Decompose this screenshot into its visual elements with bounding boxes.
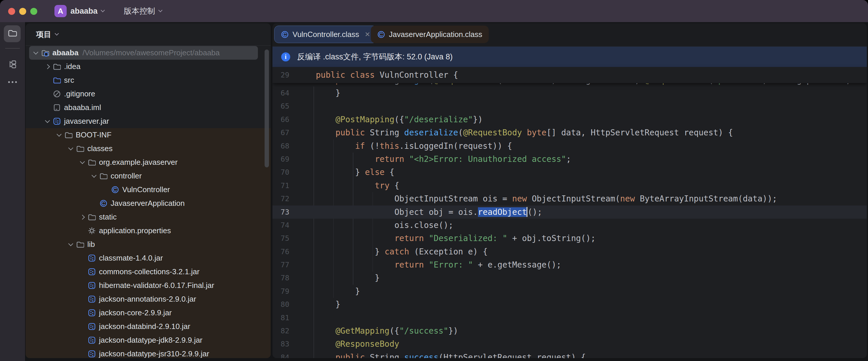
line-number[interactable]: 66	[273, 113, 289, 126]
ide-window: A abaaba 版本控制 项目	[0, 0, 868, 361]
code-line-83[interactable]: 83@ResponseBody	[273, 337, 867, 351]
line-number[interactable]: 75	[273, 232, 289, 245]
code-line-81[interactable]: 81	[273, 311, 867, 324]
code-line-73[interactable]: 73Object obj = ois.readObject();	[273, 206, 867, 219]
project-folder-icon	[41, 49, 49, 57]
tree-item-controller[interactable]: controller	[26, 169, 271, 183]
line-number[interactable]: 78	[273, 271, 289, 284]
code-line-70[interactable]: 70} else {	[273, 166, 867, 179]
zoom-window-button[interactable]	[30, 8, 37, 15]
code-line-77[interactable]: 77return "Error: " + e.getMessage();	[273, 258, 867, 271]
line-number[interactable]: 64	[273, 87, 289, 99]
line-number[interactable]: 69	[273, 153, 289, 166]
code-line-78[interactable]: 78}	[273, 271, 867, 284]
tree-item-application.properties[interactable]: application.properties	[26, 224, 271, 238]
close-window-button[interactable]	[8, 8, 15, 15]
line-number[interactable]: 76	[273, 245, 289, 258]
code-line-74[interactable]: 74ois.close();	[273, 219, 867, 232]
tree-item-commons-collections-3.2.1.jar[interactable]: commons-collections-3.2.1.jar	[26, 265, 271, 279]
chevron-right-icon[interactable]	[45, 64, 50, 69]
tree-item-static[interactable]: static	[26, 210, 271, 224]
tree-item-org.example.javaserver[interactable]: org.example.javaserver	[26, 155, 271, 169]
line-number[interactable]: 83	[273, 337, 289, 351]
tree-item-classes[interactable]: classes	[26, 142, 271, 155]
more-tool-windows-button[interactable]	[0, 81, 25, 83]
tree-item-BOOT-INF[interactable]: BOOT-INF	[26, 128, 271, 142]
tree-item-.gitignore[interactable]: .gitignore	[26, 87, 271, 101]
chevron-down-icon[interactable]	[92, 173, 97, 178]
tree-item-hibernate-validator-6.0.17.Final.jar[interactable]: hibernate-validator-6.0.17.Final.jar	[26, 279, 271, 292]
project-avatar[interactable]: A	[55, 5, 67, 17]
covered-line: public String login(@RequestParam("usern…	[273, 83, 867, 87]
code-line-72[interactable]: 72ObjectInputStream ois = new ObjectInpu…	[273, 192, 867, 205]
sticky-line[interactable]: 29 public class VulnController {	[273, 67, 867, 83]
code-line-66[interactable]: 66@PostMapping({"/deserialize"})	[273, 113, 867, 126]
more-icon	[8, 81, 10, 83]
info-icon: i	[281, 52, 290, 61]
tree-item-label: jackson-core-2.9.9.jar	[99, 308, 172, 317]
line-number[interactable]: 81	[273, 311, 289, 324]
line-number[interactable]: 68	[273, 140, 289, 153]
line-number[interactable]: 82	[273, 324, 289, 337]
chevron-down-icon[interactable]	[33, 50, 38, 55]
tree-item-jackson-databind-2.9.10.jar[interactable]: jackson-databind-2.9.10.jar	[26, 320, 271, 333]
tab-JavaserverApplication.class[interactable]: JavaserverApplication.class	[371, 26, 489, 43]
code-line-82[interactable]: 82@GetMapping({"/success"})	[273, 324, 867, 337]
tree-item-.idea[interactable]: .idea	[26, 60, 271, 73]
line-number[interactable]: 80	[273, 298, 289, 311]
line-number[interactable]: 65	[273, 99, 289, 113]
tree-item-JavaserverApplication[interactable]: JavaserverApplication	[26, 197, 271, 210]
code-line-71[interactable]: 71try {	[273, 179, 867, 192]
code-line-76[interactable]: 76} catch (Exception e) {	[273, 245, 867, 258]
tree-item-src[interactable]: src	[26, 73, 271, 87]
jar-icon	[88, 323, 96, 330]
line-number[interactable]: 79	[273, 285, 289, 298]
tree-item-abaaba.iml[interactable]: abaaba.iml	[26, 101, 271, 114]
structure-tool-button[interactable]	[4, 57, 21, 73]
project-tool-button[interactable]	[4, 25, 21, 42]
code-line-79[interactable]: 79}	[273, 285, 867, 298]
tree-item-jackson-annotations-2.9.0.jar[interactable]: jackson-annotations-2.9.0.jar	[26, 292, 271, 306]
tree-item-VulnController[interactable]: VulnController	[26, 183, 271, 197]
code-editor[interactable]: 29 public class VulnController { public …	[273, 67, 867, 358]
tree-item-jackson-datatype-jsr310-2.9.9.jar[interactable]: jackson-datatype-jsr310-2.9.9.jar	[26, 347, 271, 358]
project-panel-header[interactable]: 项目	[26, 23, 271, 46]
tree-scrollbar[interactable]	[265, 50, 269, 168]
minimize-window-button[interactable]	[19, 8, 26, 15]
close-tab-icon[interactable]: ✕	[365, 31, 370, 38]
class-icon	[281, 31, 289, 38]
tree-item-label: classmate-1.4.0.jar	[99, 253, 163, 263]
code-line-84[interactable]: 84public String success(HttpServletReque…	[273, 351, 867, 358]
chevron-down-icon[interactable]	[68, 241, 73, 246]
vcs-widget[interactable]: 版本控制	[124, 6, 155, 16]
tab-VulnController.class[interactable]: VulnController.class✕	[274, 26, 377, 43]
line-number[interactable]: 70	[273, 166, 289, 179]
tree-item-abaaba[interactable]: abaaba/Volumes/move/awesomeProject/abaab…	[29, 46, 258, 60]
code-line-69[interactable]: 69return "<h2>Error: Unauthorized access…	[273, 153, 867, 166]
chevron-down-icon[interactable]	[45, 118, 50, 123]
code-line-67[interactable]: 67public String deserialize(@RequestBody…	[273, 126, 867, 139]
line-number[interactable]: 67	[273, 126, 289, 139]
chevron-down-icon[interactable]	[57, 131, 62, 137]
code-line-80[interactable]: 80}	[273, 298, 867, 311]
tree-item-lib[interactable]: lib	[26, 238, 271, 251]
tree-item-javaserver.jar[interactable]: javaserver.jar	[26, 114, 271, 128]
line-number[interactable]: 74	[273, 219, 289, 232]
chevron-down-icon[interactable]	[80, 159, 85, 164]
line-number[interactable]: 84	[273, 351, 289, 358]
code-line-75[interactable]: 75return "Deserialized: " + obj.toString…	[273, 232, 867, 245]
tree-item-jackson-core-2.9.9.jar[interactable]: jackson-core-2.9.9.jar	[26, 306, 271, 320]
line-number[interactable]: 77	[273, 258, 289, 271]
chevron-right-icon[interactable]	[80, 215, 85, 219]
code-line-68[interactable]: 68if (!this.isLoggedIn(request)) {	[273, 140, 867, 153]
chevron-down-icon[interactable]	[68, 145, 73, 150]
code-line-64[interactable]: 64}	[273, 87, 867, 99]
line-number[interactable]: 73	[273, 206, 289, 219]
line-number[interactable]: 72	[273, 192, 289, 205]
tree-item-classmate-1.4.0.jar[interactable]: classmate-1.4.0.jar	[26, 251, 271, 265]
folder-icon	[88, 213, 96, 221]
code-line-65[interactable]: 65	[273, 99, 867, 113]
project-switcher[interactable]: abaaba	[70, 7, 97, 16]
tree-item-jackson-datatype-jdk8-2.9.9.jar[interactable]: jackson-datatype-jdk8-2.9.9.jar	[26, 333, 271, 347]
line-number[interactable]: 71	[273, 179, 289, 192]
